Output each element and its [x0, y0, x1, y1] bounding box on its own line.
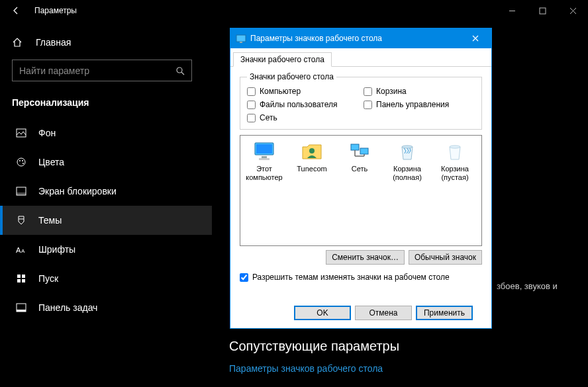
checkbox-input[interactable]	[247, 114, 256, 122]
checkbox-label: Панель управления	[376, 100, 449, 109]
checkbox-computer[interactable]: Компьютер	[247, 87, 358, 96]
icon-label: Сеть	[336, 165, 383, 173]
sidebar: Главная Персонализация Фон	[0, 25, 212, 327]
section-header: Персонализация	[0, 91, 212, 118]
minimize-button[interactable]	[497, 0, 527, 21]
apply-button[interactable]: Применить	[416, 306, 473, 320]
icon-label: Tunecom	[289, 165, 335, 173]
close-button[interactable]	[558, 0, 588, 21]
settings-window: Параметры Главная Персонализация	[0, 0, 588, 387]
start-icon	[15, 274, 28, 283]
svg-point-33	[450, 146, 460, 148]
sidebar-item-lockscreen[interactable]: Экран блокировки	[0, 177, 212, 206]
dialog-body: Значки рабочего стола Значки рабочего ст…	[230, 48, 491, 325]
checkbox-userfiles[interactable]: Файлы пользователя	[247, 100, 358, 109]
icon-user[interactable]: Tunecom	[288, 140, 336, 183]
sidebar-item-colors[interactable]: Цвета	[0, 148, 212, 177]
checkbox-label: Компьютер	[260, 87, 301, 96]
desktop-icons-group: Значки рабочего стола Компьютер Корзина …	[240, 72, 482, 130]
svg-point-5	[17, 158, 25, 166]
allow-themes-checkbox[interactable]: Разрешить темам изменять значки на рабоч…	[240, 269, 482, 286]
ok-button[interactable]: OK	[294, 306, 351, 320]
checkbox-input[interactable]	[247, 101, 256, 109]
svg-rect-10	[17, 193, 26, 195]
cancel-button[interactable]: Отмена	[355, 306, 412, 320]
checkbox-grid: Компьютер Корзина Файлы пользователя Пан…	[247, 87, 475, 122]
svg-rect-28	[360, 148, 368, 154]
svg-point-8	[23, 163, 24, 164]
sidebar-item-label: Цвета	[38, 157, 64, 167]
related-link-desktop-icons[interactable]: Параметры значков рабочего стола	[229, 363, 399, 374]
partial-content-text: збоев, звуков и	[497, 281, 558, 291]
icon-network[interactable]: Сеть	[336, 140, 383, 183]
related-section: Сопутствующие параметры Параметры значко…	[229, 339, 399, 374]
checkbox-label: Корзина	[376, 87, 407, 96]
search-wrap	[0, 54, 212, 91]
checkbox-input[interactable]	[364, 87, 372, 96]
sidebar-item-fonts[interactable]: AA Шрифты	[0, 235, 212, 264]
sidebar-item-label: Фон	[38, 128, 56, 138]
svg-point-32	[402, 146, 413, 148]
maximize-button[interactable]	[527, 0, 558, 21]
home-label: Главная	[36, 37, 71, 48]
icon-label: Корзина (пустая)	[432, 165, 478, 181]
checkbox-controlpanel[interactable]: Панель управления	[364, 100, 475, 109]
icon-label: Этот компьютер	[241, 165, 287, 181]
checkbox-recyclebin[interactable]: Корзина	[364, 87, 475, 96]
fonts-icon: AA	[15, 245, 28, 254]
search-box[interactable]	[12, 60, 192, 81]
dialog-content: Значки рабочего стола Компьютер Корзина …	[230, 67, 491, 325]
sidebar-item-label: Шрифты	[38, 244, 75, 255]
allow-themes-label: Разрешить темам изменять значки на рабоч…	[252, 273, 450, 282]
checkbox-label: Сеть	[260, 113, 277, 122]
svg-rect-1	[540, 8, 546, 14]
svg-point-2	[177, 67, 182, 73]
window-controls	[497, 0, 588, 21]
sidebar-item-themes[interactable]: Темы	[0, 206, 212, 235]
palette-icon	[15, 157, 28, 167]
svg-rect-15	[22, 275, 25, 278]
svg-rect-17	[22, 279, 25, 282]
tab-desktop-icons[interactable]: Значки рабочего стола	[233, 52, 332, 67]
group-legend: Значки рабочего стола	[247, 72, 336, 81]
svg-point-6	[19, 160, 21, 161]
sidebar-item-taskbar[interactable]: Панель задач	[0, 293, 212, 322]
icon-recycle-full[interactable]: Корзина (полная)	[383, 140, 431, 183]
checkbox-input[interactable]	[364, 101, 372, 109]
svg-rect-24	[262, 156, 267, 158]
checkbox-input[interactable]	[247, 87, 256, 96]
icon-buttons-row: Сменить значок… Обычный значок	[240, 246, 482, 269]
window-title: Параметры	[34, 6, 77, 15]
taskbar-icon	[15, 303, 28, 312]
checkbox-network[interactable]: Сеть	[247, 113, 358, 122]
icon-label: Корзина (полная)	[384, 165, 430, 181]
back-button[interactable]	[5, 0, 26, 21]
search-input[interactable]	[19, 65, 172, 76]
home-nav[interactable]: Главная	[0, 30, 212, 54]
recycle-full-icon	[395, 141, 419, 162]
sidebar-item-label: Экран блокировки	[38, 186, 117, 196]
sidebar-item-label: Темы	[38, 215, 62, 226]
dialog-titlebar: Параметры значков рабочего стола	[230, 28, 491, 48]
svg-rect-14	[17, 275, 21, 278]
icon-listbox[interactable]: Этот компьютер Tunecom Сеть	[240, 135, 482, 246]
tab-strip: Значки рабочего стола	[230, 48, 491, 67]
sidebar-item-label: Панель задач	[38, 302, 97, 313]
svg-rect-21	[240, 42, 242, 43]
computer-icon	[252, 141, 276, 162]
icon-recycle-empty[interactable]: Корзина (пустая)	[431, 140, 479, 183]
svg-point-7	[22, 160, 23, 161]
icon-this-pc[interactable]: Этот компьютер	[240, 140, 288, 183]
sidebar-item-start[interactable]: Пуск	[0, 264, 212, 293]
svg-text:A: A	[21, 248, 25, 254]
change-icon-button[interactable]: Сменить значок…	[326, 250, 405, 265]
sidebar-item-label: Пуск	[38, 273, 58, 284]
default-icon-button[interactable]: Обычный значок	[409, 250, 482, 265]
dialog-close-button[interactable]	[462, 29, 489, 48]
sidebar-item-background[interactable]: Фон	[0, 118, 212, 148]
checkbox-input[interactable]	[240, 273, 248, 282]
home-icon	[12, 37, 25, 48]
network-icon	[348, 141, 371, 162]
dialog-title: Параметры значков рабочего стола	[250, 34, 462, 43]
lockscreen-icon	[15, 187, 28, 196]
